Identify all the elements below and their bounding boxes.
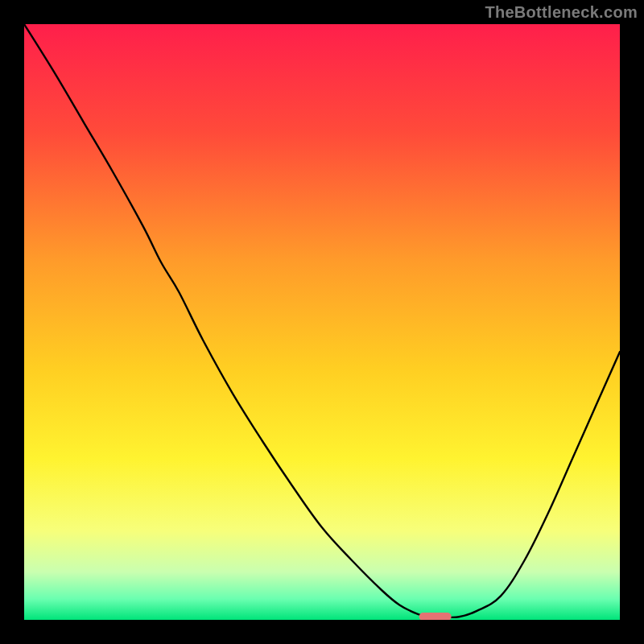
chart-frame: TheBottleneck.com — [0, 0, 644, 644]
optimal-marker — [419, 613, 452, 620]
bottleneck-curve — [24, 24, 620, 620]
plot-area — [24, 24, 620, 620]
watermark-text: TheBottleneck.com — [485, 3, 638, 22]
